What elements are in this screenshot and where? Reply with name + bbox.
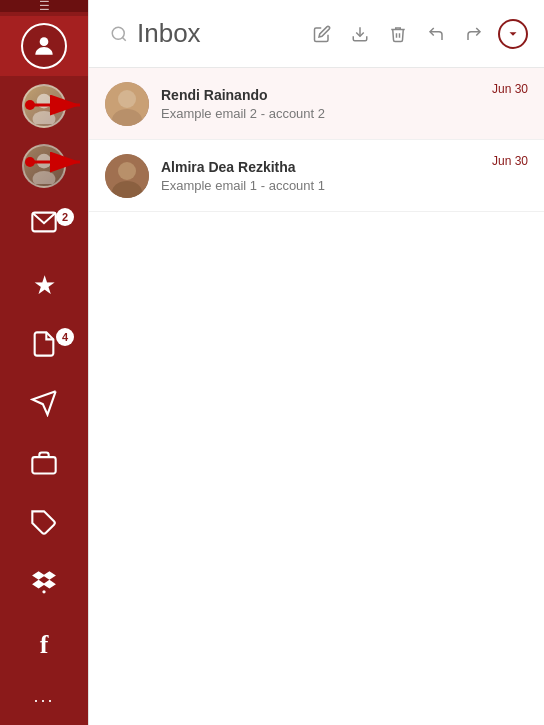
sidebar-item-dropbox[interactable] bbox=[0, 555, 88, 615]
inbox-title: Inbox bbox=[137, 18, 201, 49]
reply-button[interactable] bbox=[422, 20, 450, 48]
email-1-content: Rendi Rainando Example email 2 - account… bbox=[161, 87, 484, 121]
email-item-1[interactable]: Rendi Rainando Example email 2 - account… bbox=[89, 68, 544, 140]
sidebar-item-facebook[interactable]: f bbox=[0, 615, 88, 675]
email-1-sender: Rendi Rainando bbox=[161, 87, 484, 103]
email-2-subject: Example email 1 - account 1 bbox=[161, 178, 484, 193]
svg-rect-6 bbox=[32, 457, 55, 473]
email-2-content: Almira Dea Rezkitha Example email 1 - ac… bbox=[161, 159, 484, 193]
account-2-avatar bbox=[22, 144, 66, 188]
hamburger-icon: ☰ bbox=[39, 0, 50, 12]
search-area: Inbox bbox=[105, 18, 308, 49]
sidebar-item-sent[interactable] bbox=[0, 435, 88, 495]
sidebar-bottom: f ··· bbox=[0, 555, 88, 725]
sent-icon bbox=[30, 449, 58, 481]
inbox-badge: 2 bbox=[56, 208, 74, 226]
inbox-icon bbox=[30, 208, 58, 243]
sidebar-item-all-accounts[interactable] bbox=[0, 16, 88, 76]
svg-point-8 bbox=[42, 590, 45, 593]
email-2-sender: Almira Dea Rezkitha bbox=[161, 159, 484, 175]
svg-point-1 bbox=[37, 94, 52, 109]
header-actions bbox=[308, 19, 528, 49]
svg-point-16 bbox=[118, 162, 136, 180]
facebook-icon: f bbox=[40, 630, 49, 660]
search-icon[interactable] bbox=[105, 20, 133, 48]
all-accounts-icon bbox=[21, 23, 67, 69]
sidebar-item-drafts[interactable]: 4 bbox=[0, 316, 88, 376]
sidebar-top-bar: ☰ bbox=[0, 0, 88, 12]
outbox-icon bbox=[30, 389, 58, 421]
dropdown-button[interactable] bbox=[498, 19, 528, 49]
email-list: Rendi Rainando Example email 2 - account… bbox=[89, 68, 544, 725]
main-content: Inbox bbox=[88, 0, 544, 725]
email-2-avatar bbox=[105, 154, 149, 198]
email-1-avatar bbox=[105, 82, 149, 126]
sidebar-item-account-1[interactable] bbox=[0, 76, 88, 136]
sidebar-item-inbox[interactable]: 2 bbox=[0, 196, 88, 256]
more-icon: ··· bbox=[33, 690, 54, 711]
sidebar-item-more[interactable]: ··· bbox=[0, 675, 88, 725]
svg-point-0 bbox=[40, 38, 49, 47]
svg-point-13 bbox=[118, 90, 136, 108]
header: Inbox bbox=[89, 0, 544, 68]
sidebar-item-account-2[interactable] bbox=[0, 136, 88, 196]
email-2-date: Jun 30 bbox=[492, 152, 528, 168]
sidebar-item-outbox[interactable] bbox=[0, 375, 88, 435]
svg-point-9 bbox=[112, 27, 124, 39]
compose-button[interactable] bbox=[308, 20, 336, 48]
tags-icon bbox=[30, 509, 58, 541]
email-1-date: Jun 30 bbox=[492, 80, 528, 96]
download-button[interactable] bbox=[346, 20, 374, 48]
sidebar-item-starred[interactable]: ★ bbox=[0, 256, 88, 316]
svg-point-2 bbox=[33, 111, 56, 124]
sidebar: ☰ bbox=[0, 0, 88, 725]
drafts-badge: 4 bbox=[56, 328, 74, 346]
account-1-avatar bbox=[22, 84, 66, 128]
svg-line-10 bbox=[122, 37, 125, 40]
svg-point-3 bbox=[37, 154, 52, 169]
dropbox-icon bbox=[31, 569, 57, 601]
email-1-subject: Example email 2 - account 2 bbox=[161, 106, 484, 121]
drafts-icon bbox=[30, 330, 58, 362]
star-icon: ★ bbox=[33, 270, 56, 301]
delete-button[interactable] bbox=[384, 20, 412, 48]
email-item-2[interactable]: Almira Dea Rezkitha Example email 1 - ac… bbox=[89, 140, 544, 212]
svg-point-4 bbox=[33, 171, 56, 184]
sidebar-item-tags[interactable] bbox=[0, 495, 88, 555]
forward-button[interactable] bbox=[460, 20, 488, 48]
